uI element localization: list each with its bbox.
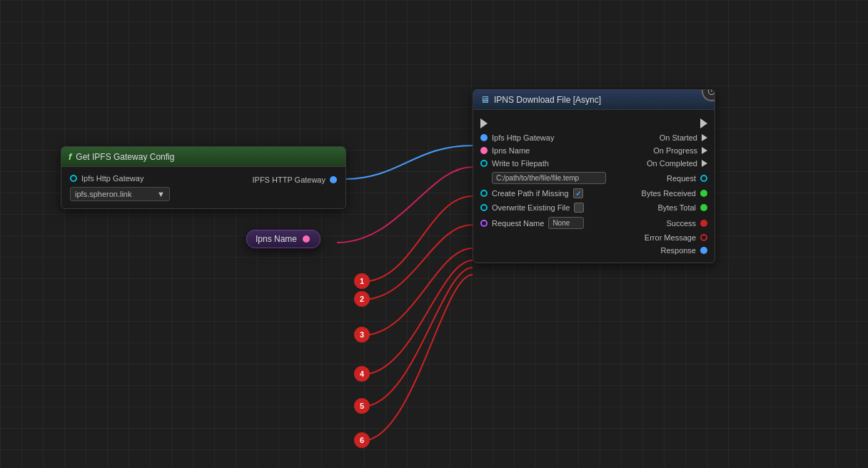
label-request: Request: [667, 174, 696, 183]
label-bytes-total: Bytes Total: [657, 203, 696, 212]
node-header-download: 🖥 IPNS Download File [Async] ⏱: [473, 90, 715, 110]
pin-row-ipfs-http-gateway: Ipfs Http Gateway On Started: [473, 131, 715, 144]
label-create-path: Create Path if Missing: [492, 189, 569, 198]
label-on-started: On Started: [660, 133, 697, 142]
exec-pin-out: [700, 118, 707, 128]
label-write-filepath: Write to Filepath: [492, 159, 549, 168]
pin-dot-create-path: [480, 190, 488, 197]
pin-row-filepath-value: Request: [473, 170, 715, 186]
pin-dot-response: [700, 247, 707, 254]
label-ipns-name: Ipns Name: [492, 146, 530, 155]
badge-6: 6: [354, 432, 370, 448]
pin-row-ipns-name: Ipns Name On Progress: [473, 144, 715, 157]
gateway-input-row: Ipfs Http Gateway: [70, 174, 170, 183]
pin-right-success: Success: [666, 219, 707, 228]
label-response: Response: [660, 246, 696, 255]
pin-dot-error-message: [700, 234, 707, 241]
label-overwrite: Overwrite Existing File: [492, 203, 570, 212]
label-bytes-received: Bytes Received: [642, 189, 696, 198]
pin-right-request: Request: [667, 174, 707, 183]
pin-row-error-message: Error Message: [473, 231, 715, 244]
label-on-completed: On Completed: [647, 159, 697, 168]
filepath-input[interactable]: [492, 172, 606, 184]
pin-left-request-name: Request Name: [480, 217, 584, 229]
exec-on-progress: [702, 147, 707, 154]
pin-dot-filepath: [480, 160, 488, 167]
pin-left-filepath-val: [492, 172, 606, 184]
badge-2: 2: [354, 291, 370, 307]
pin-row-response: Response: [473, 244, 715, 257]
gateway-output-label: IPFS HTTP Gateway: [253, 176, 326, 184]
pin-row-request-name: Request Name Success: [473, 215, 715, 231]
node-ipns-name: Ipns Name: [246, 230, 321, 248]
exec-on-completed: [702, 160, 707, 167]
teal-hollow-pin: [70, 175, 77, 182]
gateway-value-row: ipfs.spheron.link ▼: [70, 187, 170, 201]
pin-right-error-message: Error Message: [645, 233, 707, 242]
ipns-name-label: Ipns Name: [256, 234, 297, 244]
gateway-value-dropdown[interactable]: ipfs.spheron.link ▼: [70, 187, 170, 201]
exec-on-started: [702, 134, 707, 141]
pin-dot-bytes-total: [700, 204, 707, 211]
badge-4: 4: [354, 366, 370, 382]
node-title-download: IPNS Download File [Async]: [494, 95, 601, 105]
exec-row: [473, 116, 715, 131]
pin-left-create-path: Create Path if Missing: [480, 188, 583, 198]
pin-dot-success: [700, 220, 707, 227]
pin-right-on-started: On Started: [660, 133, 707, 142]
node-body-gateway: Ipfs Http Gateway ipfs.spheron.link ▼ IP…: [61, 167, 345, 208]
pin-left-filepath: Write to Filepath: [480, 159, 549, 168]
node-title-gateway: Get IPFS Gateway Config: [76, 152, 174, 162]
gateway-input-label: Ipfs Http Gateway: [81, 174, 143, 183]
clock-icon: ⏱: [702, 89, 715, 101]
overwrite-checkbox[interactable]: [574, 203, 584, 213]
dropdown-arrow-icon: ▼: [157, 190, 165, 198]
pin-dot-bytes-received: [700, 190, 707, 197]
request-name-input[interactable]: [548, 217, 584, 229]
pin-left-ipns: Ipns Name: [480, 146, 530, 155]
function-icon: f: [69, 151, 71, 162]
gateway-inputs: Ipfs Http Gateway ipfs.spheron.link ▼: [70, 174, 170, 201]
pin-right-on-progress: On Progress: [653, 146, 707, 155]
ipns-name-pin: [303, 235, 310, 243]
badge-5: 5: [354, 398, 370, 414]
pin-dot-ipfs-http: [480, 134, 488, 141]
pin-left-ipfs: Ipfs Http Gateway: [480, 133, 554, 142]
node-ipns-download-file: 🖥 IPNS Download File [Async] ⏱ Ipfs Http…: [473, 89, 715, 263]
pin-row-overwrite: Overwrite Existing File Bytes Total: [473, 200, 715, 215]
label-error-message: Error Message: [645, 233, 696, 242]
pin-right-response: Response: [660, 246, 707, 255]
canvas-background: [0, 0, 868, 468]
label-ipfs-http: Ipfs Http Gateway: [492, 133, 554, 142]
gateway-outputs: IPFS HTTP Gateway: [253, 176, 338, 184]
label-success: Success: [666, 219, 696, 228]
gateway-value-text: ipfs.spheron.link: [75, 190, 132, 198]
monitor-icon: 🖥: [480, 94, 490, 105]
pin-dot-overwrite: [480, 204, 488, 211]
pin-row-write-filepath: Write to Filepath On Completed: [473, 157, 715, 170]
badge-1: 1: [354, 273, 370, 289]
pin-left-overwrite: Overwrite Existing File: [480, 203, 584, 213]
pin-dot-ipns: [480, 147, 488, 154]
label-on-progress: On Progress: [653, 146, 697, 155]
pin-row-create-path: Create Path if Missing Bytes Received: [473, 186, 715, 200]
node-body-download: Ipfs Http Gateway On Started Ipns Name O…: [473, 110, 715, 263]
badge-3: 3: [354, 327, 370, 342]
label-request-name: Request Name: [492, 219, 544, 228]
create-path-checkbox[interactable]: [573, 188, 583, 198]
pin-right-bytes-total: Bytes Total: [657, 203, 707, 212]
pin-dot-request-name: [480, 220, 488, 227]
pin-right-on-completed: On Completed: [647, 159, 707, 168]
pin-dot-request: [700, 175, 707, 182]
blue-pin-out: [330, 176, 337, 183]
node-header-gateway: f Get IPFS Gateway Config: [61, 147, 345, 167]
node-get-ipfs-gateway-config: f Get IPFS Gateway Config Ipfs Http Gate…: [61, 146, 346, 209]
exec-pin-in: [480, 118, 488, 128]
pin-right-bytes-received: Bytes Received: [642, 189, 707, 198]
